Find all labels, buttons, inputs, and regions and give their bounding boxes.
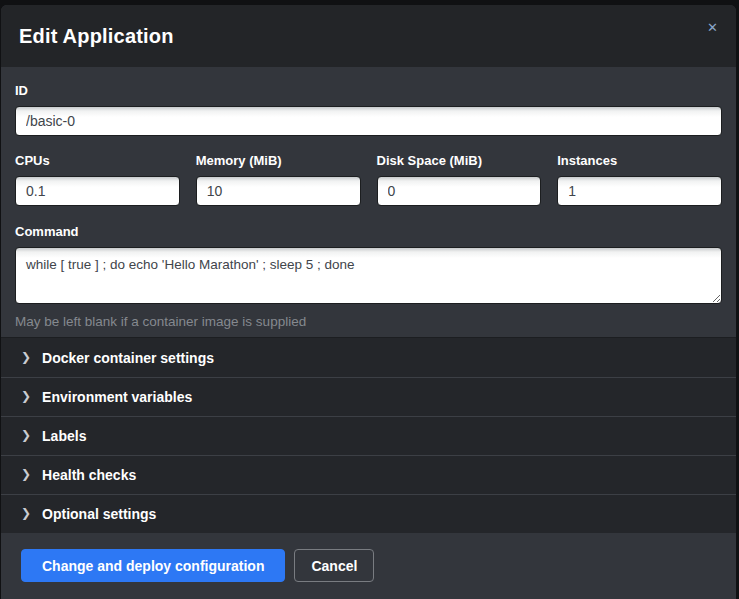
- chevron-right-icon: ❯: [21, 389, 31, 403]
- chevron-right-icon: ❯: [21, 428, 31, 442]
- disk-field-group: Disk Space (MiB): [377, 153, 542, 206]
- cpus-field-group: CPUs: [15, 153, 180, 206]
- id-field-group: ID: [15, 83, 722, 136]
- section-label: Health checks: [42, 467, 136, 483]
- section-environment-variables[interactable]: ❯ Environment variables: [1, 377, 736, 416]
- section-label: Optional settings: [42, 506, 156, 522]
- disk-label: Disk Space (MiB): [377, 153, 542, 168]
- id-input[interactable]: [15, 106, 722, 136]
- section-labels[interactable]: ❯ Labels: [1, 416, 736, 455]
- section-optional-settings[interactable]: ❯ Optional settings: [1, 494, 736, 533]
- section-docker-container-settings[interactable]: ❯ Docker container settings: [1, 338, 736, 377]
- edit-application-modal: Edit Application ✕ ID CPUs Memory (MiB) …: [1, 5, 736, 599]
- command-field-group: Command while [ true ] ; do echo 'Hello …: [15, 224, 722, 329]
- modal-footer: Change and deploy configuration Cancel: [1, 533, 736, 599]
- memory-field-group: Memory (MiB): [196, 153, 361, 206]
- cpus-input[interactable]: [15, 176, 180, 206]
- command-help-text: May be left blank if a container image i…: [15, 314, 722, 329]
- chevron-right-icon: ❯: [21, 506, 31, 520]
- resources-row: CPUs Memory (MiB) Disk Space (MiB) Insta…: [15, 153, 722, 206]
- command-textarea[interactable]: while [ true ] ; do echo 'Hello Marathon…: [15, 247, 722, 304]
- chevron-right-icon: ❯: [21, 350, 31, 364]
- section-label: Environment variables: [42, 389, 192, 405]
- modal-title: Edit Application: [19, 25, 174, 48]
- section-health-checks[interactable]: ❯ Health checks: [1, 455, 736, 494]
- section-label: Docker container settings: [42, 350, 214, 366]
- application-form: ID CPUs Memory (MiB) Disk Space (MiB) In…: [1, 67, 736, 337]
- section-label: Labels: [42, 428, 86, 444]
- memory-input[interactable]: [196, 176, 361, 206]
- instances-field-group: Instances: [557, 153, 722, 206]
- settings-accordion: ❯ Docker container settings ❯ Environmen…: [1, 337, 736, 533]
- close-icon[interactable]: ✕: [703, 17, 722, 38]
- cpus-label: CPUs: [15, 153, 180, 168]
- change-and-deploy-button[interactable]: Change and deploy configuration: [21, 549, 285, 582]
- memory-label: Memory (MiB): [196, 153, 361, 168]
- disk-input[interactable]: [377, 176, 542, 206]
- chevron-right-icon: ❯: [21, 467, 31, 481]
- id-label: ID: [15, 83, 722, 98]
- cancel-button[interactable]: Cancel: [294, 549, 374, 582]
- instances-label: Instances: [557, 153, 722, 168]
- modal-header: Edit Application ✕: [1, 5, 736, 67]
- instances-input[interactable]: [557, 176, 722, 206]
- command-label: Command: [15, 224, 722, 239]
